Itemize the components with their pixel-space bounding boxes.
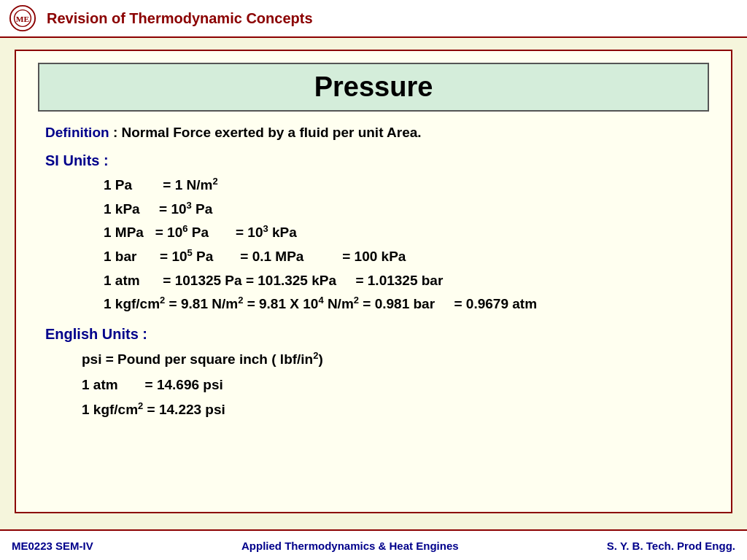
english-row-1: psi = Pound per square inch ( lbf/in2) bbox=[45, 347, 702, 373]
si-units-section: SI Units : 1 Pa = 1 N/m2 1 kPa = 103 Pa … bbox=[45, 152, 702, 316]
si-row-2: 1 kPa = 103 Pa bbox=[45, 198, 702, 222]
english-row-3: 1 kgf/cm2 = 14.223 psi bbox=[45, 397, 702, 423]
footer: ME0223 SEM-IV Applied Thermodynamics & H… bbox=[0, 529, 747, 560]
si-row-4: 1 bar = 105 Pa = 0.1 MPa = 100 kPa bbox=[45, 245, 702, 269]
si-row-5: 1 atm = 101325 Pa = 101.325 kPa = 1.0132… bbox=[45, 269, 702, 292]
logo-icon: ME bbox=[9, 4, 36, 32]
header: ME Revision of Thermodynamic Concepts bbox=[0, 0, 747, 38]
si-units-label: SI Units : bbox=[45, 152, 702, 169]
english-units-label: English Units : bbox=[45, 326, 702, 343]
content-area: Definition : Normal Force exerted by a f… bbox=[16, 119, 731, 429]
si-row-6: 1 kgf/cm2 = 9.81 N/m2 = 9.81 X 104 N/m2 … bbox=[45, 292, 702, 316]
si-row-3: 1 MPa = 106 Pa = 103 kPa bbox=[45, 221, 702, 245]
main-content: Pressure Definition : Normal Force exert… bbox=[15, 50, 732, 513]
svg-text:ME: ME bbox=[16, 15, 30, 23]
footer-center: Applied Thermodynamics & Heat Engines bbox=[241, 540, 459, 552]
page-title: Pressure bbox=[314, 71, 433, 102]
definition-text: : Normal Force exerted by a fluid per un… bbox=[109, 125, 422, 140]
english-units-section: English Units : psi = Pound per square i… bbox=[45, 326, 702, 422]
definition-label: Definition bbox=[45, 125, 109, 140]
footer-left: ME0223 SEM-IV bbox=[12, 540, 93, 552]
si-row-1: 1 Pa = 1 N/m2 bbox=[45, 174, 702, 198]
title-box: Pressure bbox=[38, 63, 709, 112]
footer-right: S. Y. B. Tech. Prod Engg. bbox=[607, 540, 735, 552]
header-title: Revision of Thermodynamic Concepts bbox=[47, 10, 313, 27]
definition-line: Definition : Normal Force exerted by a f… bbox=[45, 125, 702, 141]
english-row-2: 1 atm = 14.696 psi bbox=[45, 373, 702, 397]
